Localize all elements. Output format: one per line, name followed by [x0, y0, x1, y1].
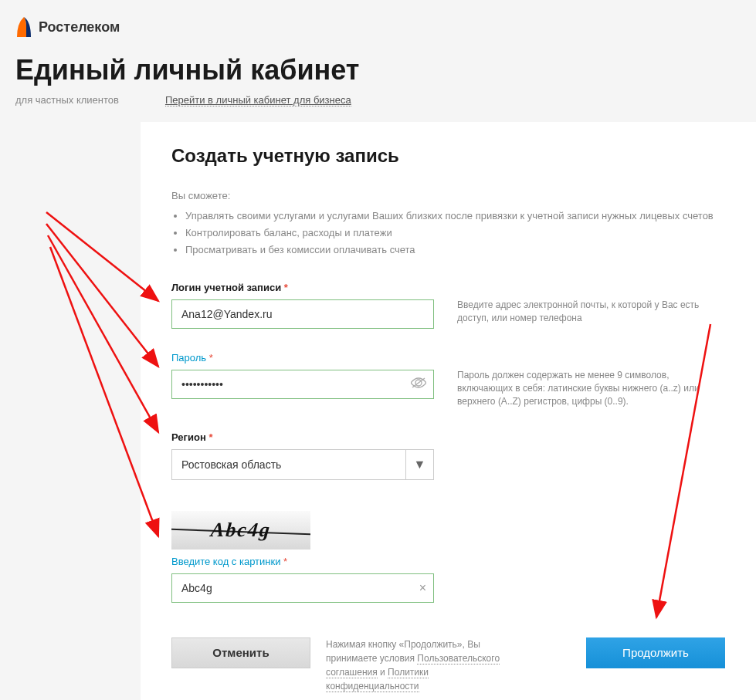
intro-item: Просматривать и без комиссии оплачивать …: [185, 242, 725, 259]
region-label: Регион *: [171, 431, 434, 443]
business-link[interactable]: Перейти в личный кабинет для бизнеса: [165, 94, 351, 107]
login-input[interactable]: [171, 299, 434, 329]
eye-icon[interactable]: [411, 377, 426, 391]
captcha-input[interactable]: [171, 573, 434, 603]
captcha-image: Abc4g: [171, 511, 310, 550]
captcha-label: Введите код с картинки *: [171, 556, 434, 567]
clear-icon[interactable]: ×: [419, 581, 426, 595]
form-title: Создать учетную запись: [171, 145, 725, 167]
intro-list: Управлять своими услугами и услугами Ваш…: [185, 208, 725, 259]
login-label: Логин учетной записи *: [171, 282, 434, 293]
page-title: Единый личный кабинет: [15, 54, 741, 86]
region-select[interactable]: Ростовская область ▼: [171, 449, 434, 480]
password-hint: Пароль должен содержать не менее 9 симво…: [457, 352, 725, 407]
intro-item: Контролировать баланс, расходы и платежи: [185, 225, 725, 242]
brand-logo: Ростелеком: [15, 15, 741, 39]
continue-button[interactable]: Продолжить: [586, 637, 725, 668]
password-label: Пароль *: [171, 352, 434, 364]
chevron-down-icon: ▼: [405, 450, 433, 479]
cancel-button[interactable]: Отменить: [171, 637, 310, 668]
agreement-text: Нажимая кнопку «Продолжить», Вы принимае…: [326, 637, 519, 693]
signup-form: Создать учетную запись Вы сможете: Управ…: [141, 122, 756, 700]
subtitle-private: для частных клиентов: [15, 94, 119, 107]
intro-label: Вы сможете:: [171, 190, 725, 201]
login-hint: Введите адрес электронной почты, к котор…: [457, 282, 725, 325]
brand-name: Ростелеком: [39, 19, 120, 36]
password-input[interactable]: [171, 370, 434, 399]
region-value: Ростовская область: [172, 450, 405, 479]
rostelecom-icon: [15, 15, 32, 39]
intro-item: Управлять своими услугами и услугами Ваш…: [185, 208, 725, 225]
